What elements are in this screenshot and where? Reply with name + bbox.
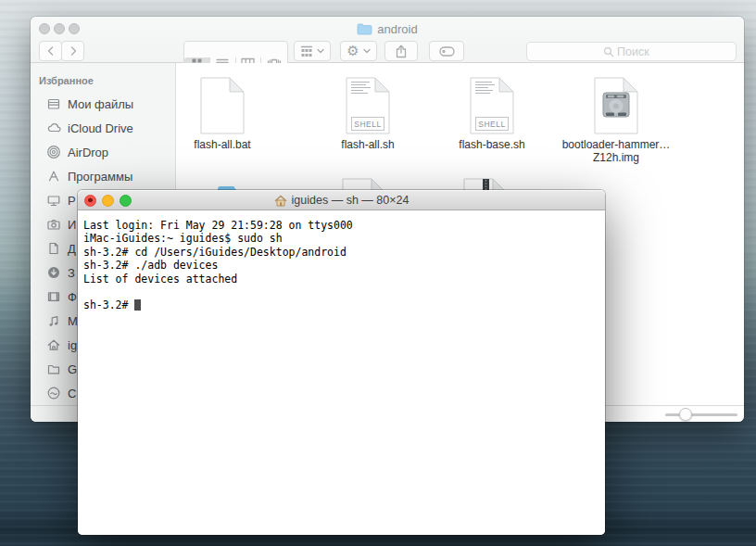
camera-icon (46, 217, 61, 232)
film-icon (46, 289, 61, 304)
share-button[interactable] (384, 41, 418, 61)
terminal-window: iguides — sh — 80×24 Last login: Fri May… (78, 190, 605, 535)
shell-badge: SHELL (475, 117, 509, 131)
chevron-down-icon (363, 48, 371, 54)
shell-script-icon: SHELL (346, 77, 390, 134)
share-icon (395, 44, 408, 58)
document-icon (200, 77, 245, 134)
terminal-line (83, 286, 599, 298)
sidebar-item-label: C (68, 387, 76, 400)
slider-knob[interactable] (679, 408, 692, 421)
disk-image-icon (594, 77, 638, 134)
sidebar-item-icloud-drive[interactable]: iCloud Drive (31, 116, 175, 140)
desktop-background: android (0, 0, 756, 546)
search-field[interactable] (526, 42, 737, 61)
file-bootloader-img[interactable]: bootloader-hammer…Z12h.img (561, 77, 672, 164)
file-name: bootloader-hammer…Z12h.img (561, 138, 672, 164)
terminal-line: sh-3.2# cd /Users/iGuides/Desktop/androi… (83, 246, 599, 259)
folder-icon (357, 22, 372, 35)
icon-size-slider[interactable] (665, 413, 737, 416)
sidebar-item-label: ig (68, 338, 77, 352)
sidebar-item-label: Д (68, 242, 76, 256)
chevron-down-icon (317, 48, 324, 54)
sidebar-item-airdrop[interactable]: AirDrop (31, 140, 175, 164)
window-title: android (31, 21, 744, 36)
file-name: flash-all.sh (312, 138, 423, 151)
finder-titlebar: android (31, 17, 744, 63)
terminal-title: iguides — sh — 80×24 (78, 190, 605, 210)
home-icon (46, 337, 61, 352)
home-folder-icon (274, 195, 287, 207)
sidebar-section-favorites: Избранное (39, 75, 94, 86)
terminal-content[interactable]: Last login: Fri May 29 21:59:28 on ttys0… (78, 210, 605, 535)
sidebar-item-label: iCloud Drive (68, 121, 133, 135)
terminal-titlebar: iguides — sh — 80×24 (78, 190, 605, 210)
arrange-button[interactable] (294, 41, 331, 61)
cloud-icon (46, 121, 61, 135)
downloads-icon (46, 265, 61, 280)
gear-icon: ⚙ (346, 44, 359, 58)
file-flash-base-sh[interactable]: SHELL flash-base.sh (436, 77, 548, 151)
airdrop-icon (46, 145, 61, 159)
sidebar-item-label: G (68, 362, 77, 376)
creative-cloud-icon (46, 386, 61, 400)
forward-button[interactable] (61, 41, 84, 61)
file-name: flash-all.bat (167, 138, 278, 151)
sidebar-item-label: Ф (68, 290, 77, 304)
shell-badge: SHELL (351, 117, 384, 131)
tag-icon (439, 46, 455, 57)
sidebar-item-label: Р (68, 194, 76, 208)
action-button[interactable]: ⚙ (340, 41, 377, 61)
document-icon (46, 241, 61, 256)
terminal-line: List of devices attached (83, 273, 599, 286)
file-name: flash-base.sh (436, 138, 548, 151)
desktop-icon (46, 193, 61, 208)
back-button[interactable] (39, 41, 62, 61)
sidebar-item-label: М (68, 314, 78, 328)
terminal-line: sh-3.2# ./adb devices (83, 259, 599, 272)
search-icon (603, 46, 614, 57)
window-title-text: android (377, 22, 417, 36)
arrange-icon (300, 45, 313, 57)
terminal-line: iMac-iGuides:~ iguides$ sudo sh (83, 232, 599, 245)
sidebar-item-label: З (68, 266, 75, 280)
chevron-right-icon (68, 45, 79, 57)
terminal-prompt-line: sh-3.2# (83, 298, 599, 311)
shell-script-icon: SHELL (470, 77, 514, 134)
terminal-cursor (134, 299, 141, 311)
applications-icon (46, 169, 61, 184)
search-input[interactable] (617, 45, 660, 58)
my-files-icon (46, 96, 61, 111)
terminal-title-text: iguides — sh — 80×24 (292, 194, 410, 207)
chevron-left-icon (45, 45, 57, 57)
sidebar-item-my-files[interactable]: Мои файлы (31, 92, 175, 116)
terminal-line: Last login: Fri May 29 21:59:28 on ttys0… (83, 219, 599, 232)
file-flash-all-sh[interactable]: SHELL flash-all.sh (312, 77, 423, 151)
sidebar-item-label: Программы (68, 170, 132, 184)
sidebar-item-label: Мои файлы (68, 97, 133, 111)
sidebar-item-label: AirDrop (68, 146, 108, 159)
music-note-icon (46, 313, 61, 328)
terminal-prompt: sh-3.2# (83, 298, 134, 311)
folder-icon (46, 362, 61, 376)
sidebar-item-label: И (68, 218, 76, 232)
sidebar-item-applications[interactable]: Программы (31, 164, 175, 188)
tags-button[interactable] (429, 41, 464, 61)
file-flash-all-bat[interactable]: flash-all.bat (167, 77, 278, 151)
